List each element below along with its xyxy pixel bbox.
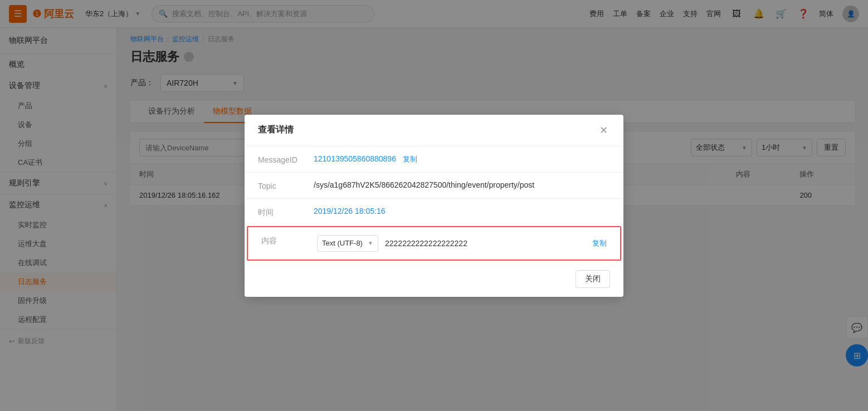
detail-label-messageid: MessageID	[258, 154, 314, 164]
modal-body: MessageID 1210139505860880896 复制 Topic /…	[245, 146, 623, 261]
detail-label-content: 内容	[261, 235, 317, 246]
detail-label-time: 时间	[258, 207, 314, 218]
topic-value: /sys/a1g687hV2K5/866262042827500/thing/e…	[314, 180, 534, 189]
content-copy-button[interactable]: 复制	[592, 238, 607, 248]
modal-close-button[interactable]: 关闭	[576, 270, 610, 288]
detail-label-topic: Topic	[258, 180, 314, 190]
modal-detail: 查看详情 ✕ MessageID 1210139505860880896 复制 …	[245, 115, 623, 297]
detail-row-topic: Topic /sys/a1g687hV2K5/866262042827500/t…	[245, 173, 623, 199]
messageid-value: 1210139505860880896	[314, 154, 396, 163]
detail-row-content: 内容 Text (UTF-8) ▼ 2222222222222222222 复制	[247, 226, 621, 261]
modal-close-icon[interactable]: ✕	[597, 124, 610, 137]
modal-title: 查看详情	[258, 124, 294, 136]
messageid-copy-button[interactable]: 复制	[403, 155, 417, 163]
content-value-text: 2222222222222222222	[385, 239, 586, 248]
content-format-arrow-icon: ▼	[368, 240, 373, 246]
detail-value-topic: /sys/a1g687hV2K5/866262042827500/thing/e…	[314, 180, 610, 189]
modal-footer: 关闭	[245, 261, 623, 297]
content-row-inner: Text (UTF-8) ▼ 2222222222222222222 复制	[317, 235, 607, 252]
modal-header: 查看详情 ✕	[245, 115, 623, 146]
content-format-select[interactable]: Text (UTF-8) ▼	[317, 235, 378, 252]
time-value: 2019/12/26 18:05:16	[314, 207, 385, 216]
modal-overlay: 查看详情 ✕ MessageID 1210139505860880896 复制 …	[0, 0, 868, 411]
detail-row-time: 时间 2019/12/26 18:05:16	[245, 199, 623, 226]
content-format-label: Text (UTF-8)	[322, 239, 363, 247]
detail-value-content: Text (UTF-8) ▼ 2222222222222222222 复制	[317, 235, 607, 252]
detail-value-messageid: 1210139505860880896 复制	[314, 154, 610, 164]
detail-row-messageid: MessageID 1210139505860880896 复制	[245, 146, 623, 173]
detail-value-time: 2019/12/26 18:05:16	[314, 207, 610, 216]
